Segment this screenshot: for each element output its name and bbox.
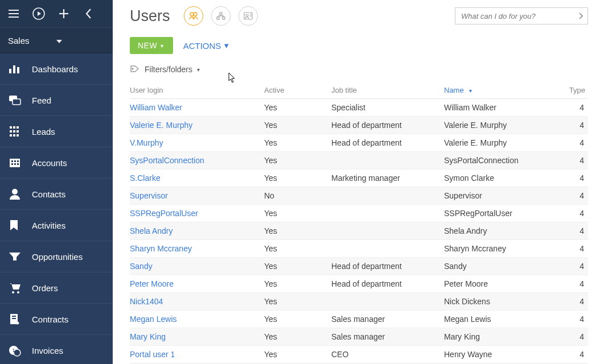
cell-type: 4: [552, 173, 586, 183]
actions-button[interactable]: ACTIONS ▾: [183, 40, 229, 51]
col-job-title[interactable]: Job title: [331, 86, 444, 94]
sidebar-item-opportunities[interactable]: Opportunities: [0, 241, 113, 272]
table-row[interactable]: SSPRegPortalUserYesSSPRegPortalUser4: [130, 205, 588, 222]
table-row[interactable]: Nick1404YesNick Dickens4: [130, 293, 588, 311]
cell-active: No: [264, 191, 331, 200]
filters-button[interactable]: Filters/folders ▾: [130, 58, 588, 81]
sidebar-item-leads[interactable]: Leads: [0, 116, 113, 147]
svg-marker-4: [38, 11, 41, 16]
svg-point-29: [17, 291, 19, 293]
workspace-selector[interactable]: Sales: [0, 27, 113, 53]
sidebar-topbar: [0, 0, 113, 27]
play-icon[interactable]: [26, 2, 51, 25]
cell-login[interactable]: Supervisor: [130, 191, 264, 200]
cell-login[interactable]: SysPortalConnection: [130, 156, 264, 165]
svg-rect-17: [9, 133, 20, 134]
menu-icon[interactable]: [1, 2, 26, 25]
sidebar-item-contracts[interactable]: Contracts: [0, 304, 113, 335]
cell-type: 4: [552, 315, 586, 324]
opportunities-icon: [8, 251, 32, 262]
new-button[interactable]: NEW ▾: [130, 37, 173, 54]
caret-down-icon: ▾: [224, 40, 229, 51]
sidebar-item-accounts[interactable]: Accounts: [0, 147, 113, 179]
table-row[interactable]: SupervisorNoSupervisor4: [130, 187, 588, 205]
table-row[interactable]: Megan LewisYesSales managerMegan Lewis4: [130, 311, 588, 328]
svg-rect-18: [10, 159, 20, 167]
cell-login[interactable]: William Walker: [130, 103, 264, 112]
cell-type: 4: [552, 156, 586, 165]
svg-point-49: [132, 68, 133, 69]
sidebar-item-orders[interactable]: Orders: [0, 272, 113, 304]
table-row[interactable]: Valerie E. MurphyYesHead of departmentVa…: [130, 117, 588, 134]
cell-login[interactable]: Megan Lewis: [130, 315, 264, 324]
table-row[interactable]: SysPortalConnectionYesSysPortalConnectio…: [130, 152, 588, 169]
cell-name: William Walker: [444, 103, 552, 112]
actions-button-label: ACTIONS: [183, 41, 221, 51]
plus-icon[interactable]: [51, 2, 76, 25]
svg-rect-16: [9, 129, 20, 130]
header-row: Users: [130, 0, 588, 32]
orders-icon: [8, 282, 32, 294]
sidebar-item-feed[interactable]: Feed: [0, 85, 113, 116]
col-name[interactable]: Name ▾: [444, 86, 552, 94]
table-row[interactable]: Mary KingYesSales managerMary King4: [130, 328, 588, 346]
tag-icon: [130, 65, 140, 75]
view-contact-button[interactable]: [239, 6, 258, 26]
col-type[interactable]: Type: [552, 86, 586, 94]
cell-login[interactable]: Sharyn Mccraney: [130, 244, 264, 253]
svg-rect-38: [220, 13, 222, 15]
col-name-label: Name: [444, 86, 464, 94]
sidebar-item-label: Opportunities: [32, 252, 83, 262]
svg-marker-7: [56, 40, 62, 43]
table-row[interactable]: Peter MooreYesHead of departmentPeter Mo…: [130, 275, 588, 293]
cell-login[interactable]: S.Clarke: [130, 173, 264, 183]
table-row[interactable]: Shela AndryYesShela Andry4: [130, 222, 588, 240]
cell-type: 4: [552, 103, 586, 112]
col-active[interactable]: Active: [264, 86, 331, 94]
cell-login[interactable]: V.Murphy: [130, 138, 264, 147]
cell-login[interactable]: Mary King: [130, 332, 264, 341]
cell-login[interactable]: Sandy: [130, 262, 264, 271]
back-icon[interactable]: [76, 2, 101, 25]
search-input[interactable]: [455, 7, 588, 24]
table-row[interactable]: SandyYesHead of departmentSandy4: [130, 258, 588, 275]
sidebar-item-label: Activities: [32, 221, 65, 230]
cell-name: Valerie E. Murphy: [444, 121, 552, 130]
cell-login[interactable]: Portal user 1: [130, 350, 264, 359]
cell-name: Megan Lewis: [444, 315, 552, 324]
svg-text:1: 1: [12, 348, 15, 353]
cell-type: 4: [552, 297, 586, 306]
sidebar-item-label: Orders: [32, 283, 58, 293]
cell-active: Yes: [264, 262, 331, 271]
table-row[interactable]: Sharyn MccraneyYesSharyn Mccraney4: [130, 240, 588, 258]
sidebar-item-label: Feed: [32, 96, 51, 105]
sidebar-item-dashboard[interactable]: Dashboards: [0, 53, 113, 85]
cell-job: Head of department: [331, 121, 444, 130]
cell-type: 4: [552, 138, 586, 147]
sidebar-item-invoices[interactable]: 1Invoices: [0, 335, 113, 364]
sidebar-item-activities[interactable]: Activities: [0, 210, 113, 241]
cell-login[interactable]: Nick1404: [130, 297, 264, 306]
col-user-login[interactable]: User login: [130, 86, 264, 94]
new-button-label: NEW: [138, 41, 157, 50]
view-users-button[interactable]: [184, 6, 203, 26]
cell-active: Yes: [264, 209, 331, 218]
sidebar-item-contacts[interactable]: Contacts: [0, 179, 113, 210]
view-org-button[interactable]: [211, 6, 231, 26]
cell-login[interactable]: Peter Moore: [130, 279, 264, 288]
cell-name: Supervisor: [444, 191, 552, 200]
svg-rect-20: [14, 160, 16, 162]
cell-active: Yes: [264, 103, 331, 112]
cell-login[interactable]: SSPRegPortalUser: [130, 209, 264, 218]
sidebar-item-label: Contracts: [32, 315, 68, 324]
contracts-icon: [8, 313, 32, 325]
chevron-right-icon[interactable]: [577, 11, 585, 23]
table-row[interactable]: S.ClarkeYesMarketing managerSymon Clarke…: [130, 169, 588, 187]
cell-login[interactable]: Shela Andry: [130, 226, 264, 235]
table-row[interactable]: V.MurphyYesHead of departmentValerie E. …: [130, 134, 588, 152]
table-row[interactable]: Portal user 1YesCEOHenry Wayne4: [130, 346, 588, 363]
cell-login[interactable]: Valerie E. Murphy: [130, 121, 264, 130]
svg-rect-19: [11, 160, 13, 162]
cell-active: Yes: [264, 279, 331, 288]
table-row[interactable]: William WalkerYesSpecialistWilliam Walke…: [130, 99, 588, 117]
